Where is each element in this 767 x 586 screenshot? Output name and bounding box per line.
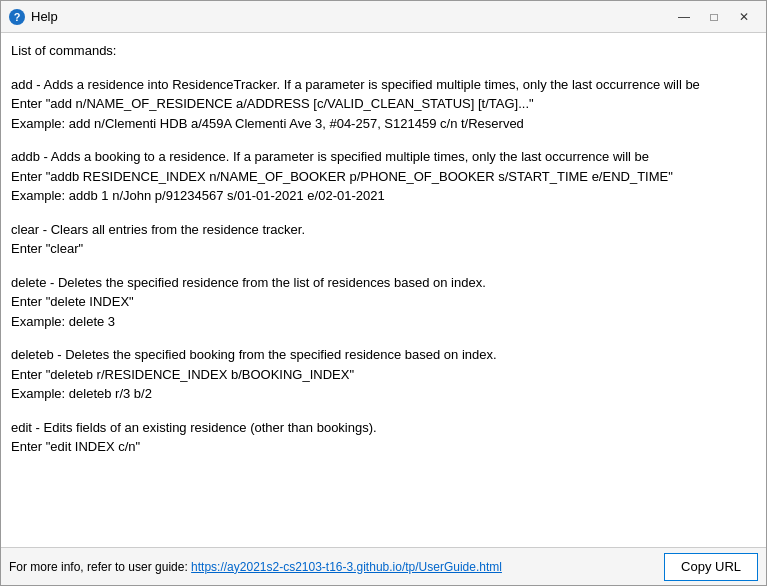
commands-heading: List of commands: <box>11 41 766 61</box>
help-window: ? Help — □ ✕ List of commands: add - Add… <box>0 0 767 586</box>
minimize-button[interactable]: — <box>670 7 698 27</box>
delete-line-2: Enter "delete INDEX" <box>11 292 766 312</box>
section-delete: delete - Deletes the specified residence… <box>11 273 766 332</box>
addb-line-2: Enter "addb RESIDENCE_INDEX n/NAME_OF_BO… <box>11 167 766 187</box>
delete-line-1: delete - Deletes the specified residence… <box>11 273 766 293</box>
close-button[interactable]: ✕ <box>730 7 758 27</box>
bottom-bar: For more info, refer to user guide: http… <box>1 547 766 585</box>
addb-line-3: Example: addb 1 n/John p/91234567 s/01-0… <box>11 186 766 206</box>
edit-line-1: edit - Edits fields of an existing resid… <box>11 418 766 438</box>
footer-text: For more info, refer to user guide: http… <box>9 560 656 574</box>
deleteb-line-2: Enter "deleteb r/RESIDENCE_INDEX b/BOOKI… <box>11 365 766 385</box>
heading-section: List of commands: <box>11 41 766 61</box>
content-area: List of commands: add - Adds a residence… <box>1 33 766 585</box>
maximize-button[interactable]: □ <box>700 7 728 27</box>
help-icon: ? <box>9 9 25 25</box>
add-line-3: Example: add n/Clementi HDB a/459A Cleme… <box>11 114 766 134</box>
help-content: List of commands: add - Adds a residence… <box>11 41 766 457</box>
add-line-1: add - Adds a residence into ResidenceTra… <box>11 75 766 95</box>
window-controls: — □ ✕ <box>670 7 758 27</box>
scroll-area[interactable]: List of commands: add - Adds a residence… <box>1 33 766 547</box>
delete-line-3: Example: delete 3 <box>11 312 766 332</box>
clear-line-2: Enter "clear" <box>11 239 766 259</box>
addb-line-1: addb - Adds a booking to a residence. If… <box>11 147 766 167</box>
section-addb: addb - Adds a booking to a residence. If… <box>11 147 766 206</box>
copy-url-button[interactable]: Copy URL <box>664 553 758 581</box>
window-title: Help <box>31 9 670 24</box>
section-deleteb: deleteb - Deletes the specified booking … <box>11 345 766 404</box>
user-guide-link[interactable]: https://ay2021s2-cs2103-t16-3.github.io/… <box>191 560 502 574</box>
add-line-2: Enter "add n/NAME_OF_RESIDENCE a/ADDRESS… <box>11 94 766 114</box>
section-clear: clear - Clears all entries from the resi… <box>11 220 766 259</box>
title-bar: ? Help — □ ✕ <box>1 1 766 33</box>
deleteb-line-1: deleteb - Deletes the specified booking … <box>11 345 766 365</box>
section-edit: edit - Edits fields of an existing resid… <box>11 418 766 457</box>
section-add: add - Adds a residence into ResidenceTra… <box>11 75 766 134</box>
deleteb-line-3: Example: deleteb r/3 b/2 <box>11 384 766 404</box>
edit-line-2: Enter "edit INDEX c/n" <box>11 437 766 457</box>
clear-line-1: clear - Clears all entries from the resi… <box>11 220 766 240</box>
